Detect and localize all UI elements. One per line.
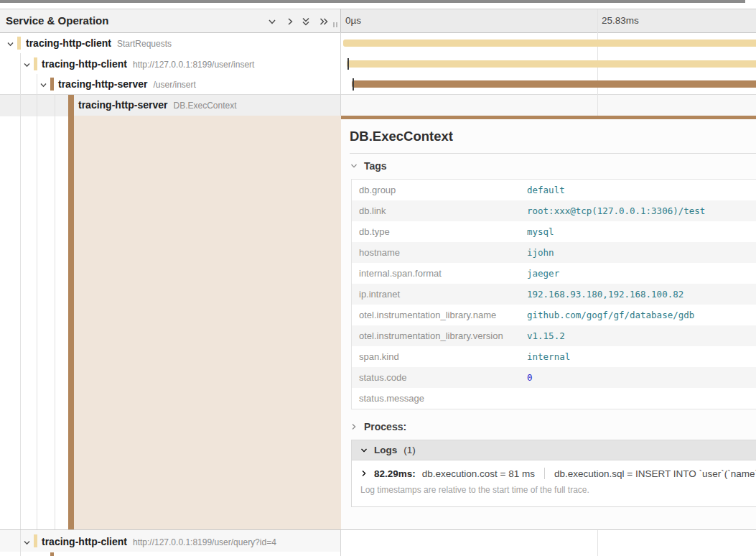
tag-key: db.group	[352, 180, 527, 200]
tag-key: ip.intranet	[352, 284, 527, 305]
process-section-label: Process:	[364, 421, 406, 432]
log-timestamps-note: Log timestamps are relative to the start…	[360, 485, 756, 495]
indent-guide	[20, 53, 21, 556]
timeline-tick-0: 0µs	[345, 15, 361, 26]
operation-name: /user/insert	[153, 80, 195, 90]
tag-row: otel.instrumentation_library.versionv1.1…	[352, 325, 756, 346]
log-timestamp: 82.29ms:	[374, 468, 416, 479]
tag-value: mysql	[527, 221, 554, 242]
chevron-down-icon	[350, 162, 358, 170]
double-chevron-right-icon[interactable]	[319, 17, 329, 27]
log-field-cost: db.execution.cost = 81 ms	[422, 468, 535, 479]
span-color-swatch	[34, 57, 37, 70]
tag-row: ip.intranet192.168.93.180,192.168.100.82	[352, 284, 756, 305]
tag-value: github.com/gogf/gf/database/gdb	[527, 305, 694, 325]
span-color-swatch	[50, 78, 54, 91]
tag-key: db.link	[352, 200, 527, 221]
tag-row: db.linkroot:xxx@tcp(127.0.0.1:3306)/test	[352, 200, 756, 221]
service-operation-title: Service & Operation	[6, 14, 108, 27]
selected-span-row-timeline-bg[interactable]	[341, 94, 756, 116]
collapse-chevron-icon[interactable]	[23, 61, 31, 69]
service-name: tracing-http-server	[78, 99, 167, 111]
tag-value: default	[527, 180, 565, 200]
process-section-header[interactable]: Process:	[350, 421, 406, 432]
chevron-right-icon	[360, 467, 368, 480]
tag-value: ijohn	[527, 242, 554, 263]
span-row-0[interactable]: tracing-http-client StartRequests	[26, 37, 172, 49]
log-field-separator	[544, 468, 545, 479]
span-detail-title: DB.ExecContext	[350, 129, 453, 144]
log-marker-tick[interactable]	[353, 78, 354, 91]
tag-key: hostname	[352, 242, 527, 263]
timeline-tick-1: 25.83ms	[602, 15, 639, 26]
chevron-right-icon	[350, 423, 358, 430]
span-row-3-selected[interactable]: tracing-http-server DB.ExecContext	[78, 99, 237, 111]
tag-row: status.message	[352, 388, 756, 409]
span-bar-server-insert[interactable]	[352, 80, 756, 88]
logs-section-label: Logs	[374, 445, 397, 455]
selected-span-accent-stripe	[68, 95, 74, 529]
service-name: tracing-http-client	[42, 536, 127, 547]
tag-key: db.type	[352, 221, 527, 242]
operation-name: DB.ExecContext	[173, 101, 236, 111]
column-resize-grip-icon[interactable]	[333, 22, 337, 27]
trace-timeline-view: Service & Operation 0µs 25.83ms tracing-…	[0, 0, 756, 556]
tag-value: 0	[527, 367, 533, 388]
tag-key: span.kind	[352, 346, 527, 367]
span-color-swatch	[17, 37, 21, 50]
tag-key: otel.instrumentation_library.name	[352, 305, 527, 325]
operation-name: http://127.0.0.1:8199/user/insert	[133, 60, 254, 70]
tag-row: otel.instrumentation_library.namegithub.…	[352, 305, 756, 325]
chevron-right-icon[interactable]	[285, 17, 295, 27]
tag-row: span.kindinternal	[352, 346, 756, 367]
log-marker-tick[interactable]	[347, 58, 349, 70]
indent-guide	[55, 94, 55, 529]
double-chevron-down-icon[interactable]	[301, 17, 311, 27]
tag-value: 192.168.93.180,192.168.100.82	[527, 284, 683, 305]
span-row-1[interactable]: tracing-http-client http://127.0.0.1:819…	[42, 58, 254, 70]
logs-count: (1)	[403, 445, 416, 455]
detail-bottom-border	[0, 529, 756, 530]
tag-row: internal.span.formatjaeger	[352, 263, 756, 284]
span-detail-panel: DB.ExecContext Tags db.groupdefault db.l…	[341, 119, 756, 530]
span-color-swatch-partial	[50, 552, 54, 556]
span-row-4[interactable]: tracing-http-client http://127.0.0.1:819…	[42, 536, 276, 547]
tag-value: jaeger	[527, 263, 559, 284]
tag-value: internal	[527, 346, 570, 367]
tag-key: status.message	[352, 388, 527, 409]
span-color-swatch	[34, 534, 37, 547]
chevron-down-icon[interactable]	[267, 17, 277, 27]
service-name: tracing-http-client	[26, 37, 111, 49]
collapse-chevron-icon[interactable]	[23, 539, 31, 547]
logs-section: Logs (1) 82.29ms: db.execution.cost = 81…	[351, 440, 756, 507]
log-field-sql: db.execution.sql = INSERT INTO `user`(`n…	[554, 468, 756, 479]
tag-row: status.code0	[352, 367, 756, 388]
logs-section-header[interactable]: Logs (1)	[352, 440, 756, 460]
operation-name: http://127.0.0.1:8199/user/query?id=4	[133, 537, 276, 547]
collapse-chevron-icon[interactable]	[6, 40, 14, 48]
operation-name: StartRequests	[117, 39, 172, 49]
tag-key: status.code	[352, 367, 527, 388]
span-bar-client-startrequests[interactable]	[343, 40, 756, 47]
indent-guide	[37, 74, 37, 529]
chevron-down-icon	[360, 444, 368, 457]
tag-row: hostnameijohn	[352, 242, 756, 263]
tag-row: db.typemysql	[352, 221, 756, 242]
tag-key: otel.instrumentation_library.version	[352, 325, 527, 346]
selected-span-tint-area	[74, 116, 341, 530]
collapse-chevron-icon[interactable]	[39, 81, 47, 89]
service-name: tracing-http-client	[42, 58, 127, 70]
tag-row: db.groupdefault	[352, 180, 756, 200]
tags-table: db.groupdefault db.linkroot:xxx@tcp(127.…	[351, 179, 756, 409]
service-name: tracing-http-server	[58, 78, 147, 90]
timeline-scrubber[interactable]	[0, 0, 745, 3]
tags-section-header[interactable]: Tags	[350, 160, 387, 172]
timeline-header	[341, 9, 756, 33]
detail-divider	[350, 153, 756, 154]
span-row-2[interactable]: tracing-http-server /user/insert	[58, 78, 196, 90]
tag-key: internal.span.format	[352, 263, 527, 284]
span-bar-client-insert[interactable]	[347, 60, 756, 68]
tag-value: v1.15.2	[527, 325, 565, 346]
log-entry[interactable]: 82.29ms: db.execution.cost = 81 ms db.ex…	[360, 467, 756, 480]
tag-value: root:xxx@tcp(127.0.0.1:3306)/test	[527, 200, 705, 221]
